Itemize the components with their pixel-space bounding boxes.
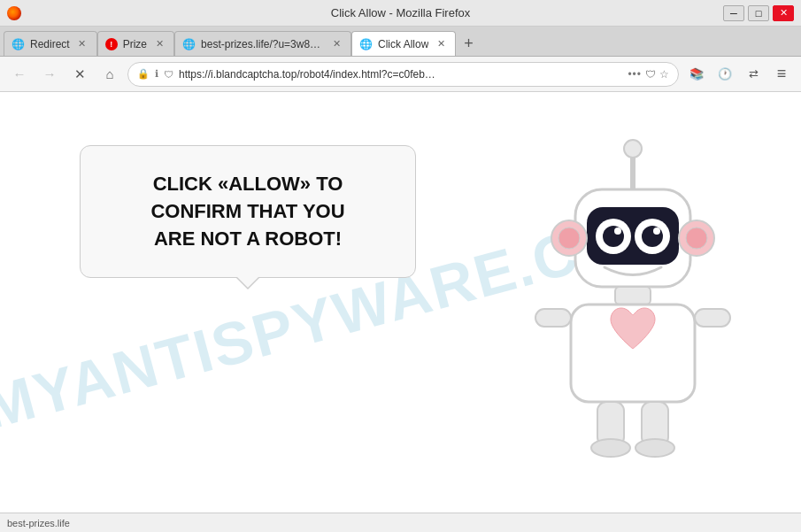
tab-bestprizes-label: best-prizes.life/?u=3w8p6… — [201, 38, 324, 50]
toolbar-right: 📚 🕐 ⇄ ≡ — [684, 62, 794, 87]
address-bar[interactable]: 🔒 ℹ 🛡 https://i.blandcaptcha.top/robot4/… — [127, 62, 679, 87]
tab-bar: 🌐 Redirect ✕ ! Prize ✕ 🌐 best-prizes.lif… — [0, 27, 801, 57]
menu-button[interactable]: ≡ — [769, 62, 794, 87]
svg-rect-14 — [615, 287, 651, 305]
connection-icon: 🛡 — [164, 69, 173, 80]
tab-redirect-favicon: 🌐 — [12, 38, 25, 50]
forward-button[interactable]: → — [37, 62, 62, 87]
tab-redirect-close[interactable]: ✕ — [75, 37, 89, 51]
firefox-logo-icon — [7, 6, 21, 20]
bookmarks-icon[interactable]: 📚 — [684, 62, 709, 87]
svg-point-19 — [635, 439, 674, 457]
address-bar-icons: ••• 🛡 ☆ — [628, 68, 669, 81]
svg-point-9 — [653, 227, 660, 235]
window-controls: ─ □ ✕ — [723, 5, 794, 21]
speech-line1: CLICK «ALLOW» TO CONFIRM THAT YOU — [150, 173, 344, 222]
shield-icon: 🛡 — [645, 68, 656, 81]
back-button[interactable]: ← — [7, 62, 32, 87]
svg-point-18 — [591, 439, 630, 457]
tab-prize-badge: ! — [105, 38, 118, 50]
tab-prize[interactable]: ! Prize ✕ — [97, 31, 174, 56]
svg-rect-21 — [695, 309, 730, 327]
svg-rect-20 — [535, 309, 571, 327]
bookmark-icon[interactable]: ☆ — [659, 68, 669, 81]
speech-text: CLICK «ALLOW» TO CONFIRM THAT YOU ARE NO… — [107, 171, 389, 252]
status-text: best-prizes.life — [7, 518, 70, 528]
tab-clickallow-label: Click Allow — [378, 38, 428, 50]
status-bar: best-prizes.life — [0, 513, 801, 532]
title-bar-left — [7, 6, 21, 20]
speech-line2: ARE NOT A ROBOT! — [154, 227, 342, 250]
minimize-button[interactable]: ─ — [723, 5, 744, 21]
tab-prize-label: Prize — [123, 38, 147, 50]
reload-button[interactable]: ✕ — [67, 62, 92, 87]
svg-point-8 — [614, 227, 621, 235]
home-button[interactable]: ⌂ — [97, 62, 122, 87]
tab-clickallow[interactable]: 🌐 Click Allow ✕ — [351, 31, 456, 56]
window-title: Click Allow - Mozilla Firefox — [331, 6, 470, 19]
tab-prize-close[interactable]: ✕ — [152, 37, 166, 51]
title-bar: Click Allow - Mozilla Firefox ─ □ ✕ — [0, 0, 801, 27]
svg-point-7 — [642, 226, 663, 247]
maximize-button[interactable]: □ — [748, 5, 769, 21]
lock-icon: 🔒 — [137, 68, 150, 80]
svg-point-13 — [686, 227, 707, 249]
tab-clickallow-close[interactable]: ✕ — [434, 37, 448, 51]
new-tab-button[interactable]: + — [456, 31, 481, 56]
tab-bestprizes-favicon: 🌐 — [182, 38, 196, 50]
tab-bestprizes-close[interactable]: ✕ — [329, 37, 343, 51]
svg-point-1 — [624, 140, 642, 158]
url-text: https://i.blandcaptcha.top/robot4/index.… — [179, 68, 622, 81]
page-content: MYANTISPYWARE.COM CLICK «ALLOW» TO CONFI… — [0, 92, 801, 513]
svg-point-11 — [558, 227, 580, 249]
close-button[interactable]: ✕ — [773, 5, 794, 21]
tab-redirect-label: Redirect — [30, 38, 70, 50]
tab-clickallow-favicon: 🌐 — [359, 38, 373, 50]
tab-bestprizes[interactable]: 🌐 best-prizes.life/?u=3w8p6… ✕ — [174, 31, 351, 56]
svg-point-6 — [603, 226, 624, 247]
sync-icon[interactable]: ⇄ — [741, 62, 766, 87]
more-icon[interactable]: ••• — [628, 68, 642, 81]
info-icon: ℹ — [155, 68, 158, 80]
toolbar: ← → ✕ ⌂ 🔒 ℹ 🛡 https://i.blandcaptcha.top… — [0, 57, 801, 92]
tab-redirect[interactable]: 🌐 Redirect ✕ — [4, 31, 97, 56]
robot-illustration — [509, 136, 757, 473]
history-icon[interactable]: 🕐 — [712, 62, 737, 87]
speech-bubble: CLICK «ALLOW» TO CONFIRM THAT YOU ARE NO… — [80, 145, 416, 278]
